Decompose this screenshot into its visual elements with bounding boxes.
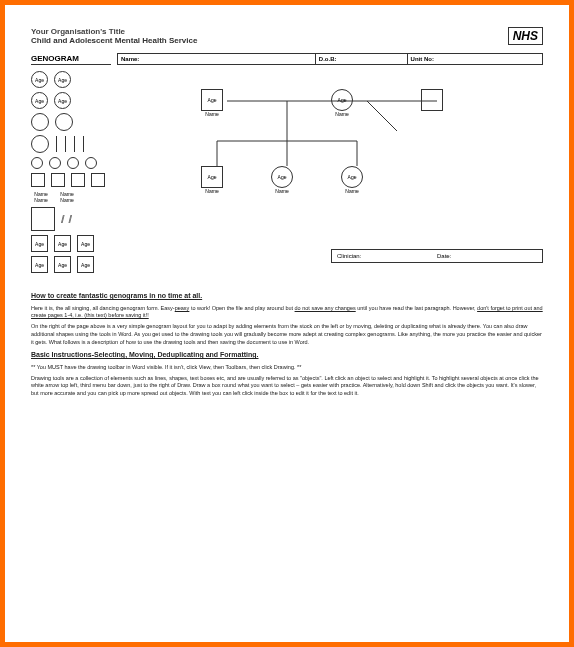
age-circle-icon: Age bbox=[31, 71, 48, 88]
instructions-p2: On the right of the page above is a very… bbox=[31, 323, 543, 346]
name-label: Name bbox=[341, 188, 363, 194]
instructions: How to create fantastic genograms in no … bbox=[31, 291, 543, 398]
large-square-icon bbox=[31, 207, 55, 231]
age-square-icon: Age bbox=[54, 256, 71, 273]
instructions-p4: Drawing tools are a collection of elemen… bbox=[31, 375, 543, 398]
square-icon: Age bbox=[201, 89, 223, 111]
circle-icon: Age bbox=[341, 166, 363, 188]
line-icon bbox=[56, 136, 57, 152]
child1-node: Age Name bbox=[201, 166, 223, 194]
header: Your Organisation's Title Child and Adol… bbox=[31, 27, 543, 45]
square-icon bbox=[91, 173, 105, 187]
square-icon bbox=[31, 173, 45, 187]
main-area: Age Age Age Age bbox=[31, 71, 543, 277]
line-icon bbox=[83, 136, 84, 152]
child2-node: Age Name bbox=[271, 166, 293, 194]
name-label: Name bbox=[201, 111, 223, 117]
svg-line-2 bbox=[367, 101, 397, 131]
small-circle-icon bbox=[31, 157, 43, 169]
circle-icon bbox=[31, 113, 49, 131]
square-icon bbox=[71, 173, 85, 187]
nhs-logo: NHS bbox=[508, 27, 543, 45]
instructions-subheading: Basic Instructions-Selecting, Moving, De… bbox=[31, 350, 543, 360]
unit-field-label: Unit No: bbox=[408, 54, 542, 64]
line-icon bbox=[74, 136, 75, 152]
shape-palette: Age Age Age Age bbox=[31, 71, 141, 277]
section-title: GENOGRAM bbox=[31, 54, 111, 65]
date-label: Date: bbox=[437, 253, 537, 259]
small-circle-icon bbox=[49, 157, 61, 169]
line-icon bbox=[65, 136, 66, 152]
clinician-label: Clinician: bbox=[337, 253, 437, 259]
father-node: Age Name bbox=[201, 89, 223, 117]
square-icon bbox=[421, 89, 443, 111]
age-square-icon: Age bbox=[77, 235, 94, 252]
partner-node bbox=[421, 89, 443, 111]
genogram-diagram: Age Name Age Name Age Name Age Name Age … bbox=[151, 71, 543, 271]
age-circle-icon: Age bbox=[54, 92, 71, 109]
age-square-icon: Age bbox=[54, 235, 71, 252]
document-page: Your Organisation's Title Child and Adol… bbox=[0, 0, 574, 647]
clinician-box: Clinician: Date: bbox=[331, 249, 543, 263]
child3-node: Age Name bbox=[341, 166, 363, 194]
instructions-p3: ** You MUST have the drawing toolbar in … bbox=[31, 364, 543, 372]
circle-icon bbox=[55, 113, 73, 131]
square-icon bbox=[51, 173, 65, 187]
dob-field-label: D.o.B: bbox=[316, 54, 408, 64]
name-label: Name bbox=[31, 197, 51, 203]
circle-icon: Age bbox=[331, 89, 353, 111]
small-circle-icon bbox=[67, 157, 79, 169]
instructions-heading: How to create fantastic genograms in no … bbox=[31, 291, 543, 301]
org-subtitle: Child and Adolescent Mental Health Servi… bbox=[31, 36, 197, 45]
name-label: Name bbox=[271, 188, 293, 194]
age-square-icon: Age bbox=[31, 256, 48, 273]
square-icon: Age bbox=[201, 166, 223, 188]
mother-node: Age Name bbox=[331, 89, 353, 117]
instructions-p1: Here it is, the all singing, all dancing… bbox=[31, 305, 543, 320]
age-circle-icon: Age bbox=[31, 92, 48, 109]
name-label: Name bbox=[331, 111, 353, 117]
circle-icon: Age bbox=[271, 166, 293, 188]
name-label: Name bbox=[201, 188, 223, 194]
org-title: Your Organisation's Title bbox=[31, 27, 197, 36]
age-square-icon: Age bbox=[31, 235, 48, 252]
patient-info-box: Name: D.o.B: Unit No: bbox=[117, 53, 543, 65]
slash-icon: // bbox=[69, 214, 71, 225]
org-block: Your Organisation's Title Child and Adol… bbox=[31, 27, 197, 45]
title-row: GENOGRAM Name: D.o.B: Unit No: bbox=[31, 53, 543, 65]
small-circle-icon bbox=[85, 157, 97, 169]
age-square-icon: Age bbox=[77, 256, 94, 273]
name-label: Name bbox=[57, 197, 77, 203]
circle-icon bbox=[31, 135, 49, 153]
name-field-label: Name: bbox=[118, 54, 316, 64]
slash-icon: // bbox=[61, 214, 63, 225]
age-circle-icon: Age bbox=[54, 71, 71, 88]
